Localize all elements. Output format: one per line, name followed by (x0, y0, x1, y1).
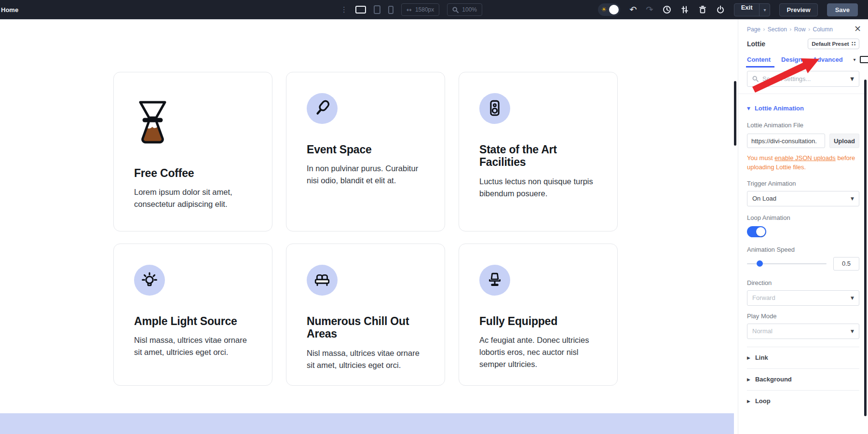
search-settings-input[interactable] (762, 75, 846, 82)
feature-card-event-space[interactable]: Event Space In non pulvinar purus. Curab… (286, 72, 445, 231)
lottie-file-input[interactable] (747, 134, 825, 148)
tab-content[interactable]: Content (747, 56, 771, 63)
speaker-icon (485, 99, 504, 118)
more-options-icon[interactable]: ⋮ (340, 6, 348, 14)
breadcrumb-column[interactable]: Column (813, 26, 833, 33)
card-title[interactable]: Free Coffee (134, 167, 252, 179)
section-label: Link (755, 354, 768, 361)
card-title[interactable]: State of the Art Facilities (479, 143, 597, 169)
undo-icon[interactable]: ↶ (629, 5, 637, 14)
tab-design[interactable]: Design (781, 56, 802, 63)
speaker-icon-circle[interactable] (479, 93, 510, 124)
breadcrumb-row[interactable]: Row (794, 26, 806, 33)
couch-icon-circle[interactable] (307, 265, 338, 296)
play-mode-value: Normal (752, 327, 773, 335)
paddle-icon-circle[interactable] (307, 93, 338, 124)
feature-card-facilities[interactable]: State of the Art Facilities Luctus lectu… (459, 72, 618, 231)
settings-sliders-icon[interactable] (680, 5, 689, 14)
card-title[interactable]: Numerous Chill Out Areas (307, 315, 424, 340)
warning-text: You must (747, 154, 774, 162)
card-title[interactable]: Event Space (307, 143, 424, 156)
animation-speed-row (747, 257, 859, 271)
card-body[interactable]: Luctus lectus non quisque turpis bibendu… (479, 176, 597, 200)
device-switcher (355, 5, 393, 14)
power-icon[interactable] (716, 5, 725, 14)
breadcrumb: Page › Section › Row › Column (747, 26, 859, 33)
toggle-knob (756, 227, 765, 236)
preview-button[interactable]: Preview (779, 3, 817, 16)
card-title[interactable]: Fully Equipped (479, 315, 597, 327)
loop-animation-toggle[interactable] (747, 226, 766, 237)
card-title[interactable]: Ample Light Source (134, 315, 252, 327)
desk-chair-icon-circle[interactable] (479, 265, 510, 296)
card-body[interactable]: Nisl massa, ultrices vitae ornare sit am… (307, 347, 424, 371)
lottie-animation-section-header[interactable]: ▼ Lottie Animation (747, 105, 859, 112)
couch-icon (312, 271, 332, 290)
feature-card-free-coffee[interactable]: Free Coffee Lorem ipsum dolor sit amet, … (113, 72, 272, 231)
card-body[interactable]: In non pulvinar purus. Curabitur nisi od… (307, 163, 424, 187)
canvas-zoom-input[interactable]: 100% (447, 3, 482, 16)
breadcrumb-section[interactable]: Section (768, 26, 787, 33)
animation-speed-slider[interactable] (747, 257, 827, 271)
panel-title-row: Lottie Default Preset ∷ (747, 39, 859, 49)
desktop-view-icon[interactable] (355, 6, 366, 14)
save-button[interactable]: Save (827, 3, 858, 16)
width-arrows-icon: ↔ (407, 6, 412, 14)
page-canvas: Free Coffee Lorem ipsum dolor sit amet, … (0, 19, 738, 434)
features-grid: Free Coffee Lorem ipsum dolor sit amet, … (113, 72, 618, 386)
animation-speed-input[interactable] (833, 257, 859, 271)
section-link[interactable]: ▶ Link (747, 347, 859, 368)
tab-advanced[interactable]: Advanced (813, 56, 842, 63)
feature-card-chill-out[interactable]: Numerous Chill Out Areas Nisl massa, ult… (286, 244, 445, 386)
exit-button[interactable]: Exit ▾ (734, 3, 771, 16)
builder-theme-toggle[interactable]: ☀ (598, 3, 620, 16)
panel-tabs: Content Design Advanced ▾ (747, 56, 859, 63)
canvas-width-value: 1580px (415, 6, 434, 13)
lightbulb-icon (140, 271, 159, 290)
topbar-view-controls: ⋮ ↔ 1580px 100% (340, 0, 482, 19)
section-loop[interactable]: ▶ Loop (747, 390, 859, 405)
feature-card-light-source[interactable]: Ample Light Source Nisl massa, ultrices … (113, 244, 272, 386)
coffee-maker-icon[interactable] (134, 99, 172, 146)
redo-icon[interactable]: ↷ (646, 5, 653, 14)
panel-scrollbar[interactable] (864, 80, 867, 416)
play-mode-select[interactable]: Normal ▼ (747, 324, 859, 339)
trigger-animation-label: Trigger Animation (747, 180, 859, 187)
lottie-file-label: Lottie Animation File (747, 122, 859, 129)
breadcrumb-separator: › (763, 26, 765, 33)
default-preset-button[interactable]: Default Preset ∷ (808, 39, 859, 49)
canvas-zoom-value: 100% (462, 6, 477, 13)
trash-icon[interactable] (698, 5, 707, 14)
section-background[interactable]: ▶ Background (747, 368, 859, 390)
direction-label: Direction (747, 279, 859, 286)
loop-animation-label: Loop Animation (747, 214, 859, 221)
history-icon[interactable] (663, 5, 671, 14)
direction-select[interactable]: Forward ▼ (747, 290, 859, 306)
lightbulb-icon-circle[interactable] (134, 265, 165, 296)
next-section-band[interactable] (0, 413, 734, 434)
desktop-preview-icon[interactable] (860, 56, 868, 63)
slider-knob[interactable] (757, 260, 763, 267)
canvas-width-input[interactable]: ↔ 1580px (401, 3, 439, 16)
section-label: Background (755, 376, 792, 383)
card-body[interactable]: Nisl massa, ultrices vitae ornare sit am… (134, 334, 252, 358)
enable-json-uploads-link[interactable]: enable JSON uploads (774, 154, 835, 162)
page-title: Home (1, 0, 18, 19)
close-icon[interactable]: × (854, 23, 861, 33)
phone-view-icon[interactable] (388, 6, 393, 14)
select-caret-icon: ▼ (851, 296, 854, 300)
section-collapsed-icon: ▶ (747, 355, 750, 360)
trigger-animation-select[interactable]: On Load ▼ (747, 191, 859, 206)
collapsed-sections: ▶ Link ▶ Background ▶ Loop ▶ Order ▶ A (747, 347, 859, 405)
feature-card-fully-equipped[interactable]: Fully Equipped Ac feugiat ante. Donec ul… (459, 244, 618, 386)
tabs-dropdown-caret-icon[interactable]: ▾ (854, 57, 856, 62)
exit-dropdown-caret-icon[interactable]: ▾ (759, 4, 770, 16)
card-body[interactable]: Lorem ipsum dolor sit amet, consectetur … (134, 186, 252, 210)
breadcrumb-page[interactable]: Page (747, 26, 760, 33)
upload-button[interactable]: Upload (829, 134, 859, 148)
canvas-scrollbar[interactable] (734, 81, 736, 146)
tablet-view-icon[interactable] (374, 5, 380, 14)
card-body[interactable]: Ac feugiat ante. Donec ultricies loborti… (479, 334, 597, 370)
section-collapsed-icon: ▶ (747, 377, 750, 382)
filter-icon[interactable]: ▼ (850, 76, 854, 81)
